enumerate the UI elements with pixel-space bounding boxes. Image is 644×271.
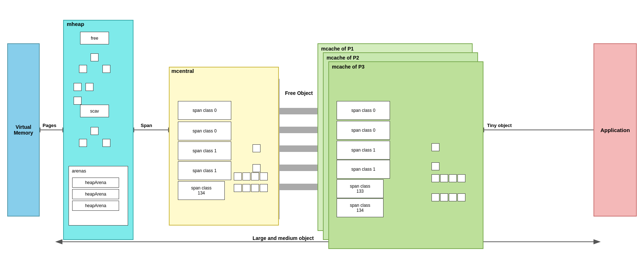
mcache-span-1a: span class 1 xyxy=(337,141,390,159)
scav-node-1 xyxy=(91,127,98,135)
mcache-span-0b: span class 0 xyxy=(337,121,390,140)
application-box: Application xyxy=(593,43,637,217)
mcentral-obj-1b xyxy=(253,164,260,172)
mcentral-span-1b: span class 1 xyxy=(178,161,231,180)
tree-node-6 xyxy=(74,97,82,105)
tree-node-2 xyxy=(79,65,87,73)
mcache-obj-133-row xyxy=(431,174,465,182)
arenas-label: arenas xyxy=(69,166,128,175)
mcentral-span-0b: span class 0 xyxy=(178,122,231,140)
virtual-memory-label: Virtual Memory xyxy=(8,124,39,136)
scav-node-3 xyxy=(102,139,110,147)
mcache-obj-1b xyxy=(431,162,439,170)
heap-arena-box-2: heapArena xyxy=(72,189,119,199)
scav-box: scav xyxy=(80,105,109,117)
mcache-p1-label: mcache of P1 xyxy=(321,46,354,52)
mheap-label: mheap xyxy=(67,21,84,27)
mcache-span-134: span class134 xyxy=(337,198,384,217)
free-object-label: Free Object xyxy=(285,90,313,96)
tiny-object-label: Tiny object xyxy=(487,123,512,128)
scav-node-2 xyxy=(79,139,87,147)
mcache-obj-134-row xyxy=(431,193,465,201)
mcache-p2-label: mcache of P2 xyxy=(327,55,359,61)
large-medium-label: Large and medium object xyxy=(253,235,314,241)
mcentral-span-0a: span class 0 xyxy=(178,101,231,120)
pages-label: Pages xyxy=(43,123,56,128)
mcentral-span-134: span class134 xyxy=(178,181,225,200)
mcache-span-1b: span class 1 xyxy=(337,160,390,179)
heap-arena-box-1: heapArena xyxy=(72,178,119,188)
tree-node-1 xyxy=(91,53,98,61)
mcache-p3-label: mcache of P3 xyxy=(332,64,364,70)
mcentral-span-1a: span class 1 xyxy=(178,141,231,160)
mcache-obj-1a xyxy=(431,143,439,151)
mcentral-obj-1a xyxy=(253,144,260,152)
heap-arena-box-3: heapArena xyxy=(72,201,119,211)
span-label: Span xyxy=(141,123,152,128)
tree-node-3 xyxy=(102,65,110,73)
mcache-span-0a: span class 0 xyxy=(337,101,390,120)
mcentral-label: mcentral xyxy=(171,68,194,74)
virtual-memory-box: Virtual Memory xyxy=(7,43,40,217)
mcache-span-133: span class133 xyxy=(337,179,384,198)
free-box: free xyxy=(80,32,109,44)
mcentral-obj-134-row2 xyxy=(234,184,268,192)
tree-node-4 xyxy=(74,83,82,91)
mcentral-obj-134-row1 xyxy=(234,172,268,180)
diagram-container: Virtual Memory Pages mheap free scav are… xyxy=(0,0,644,271)
tree-node-5 xyxy=(86,83,93,91)
